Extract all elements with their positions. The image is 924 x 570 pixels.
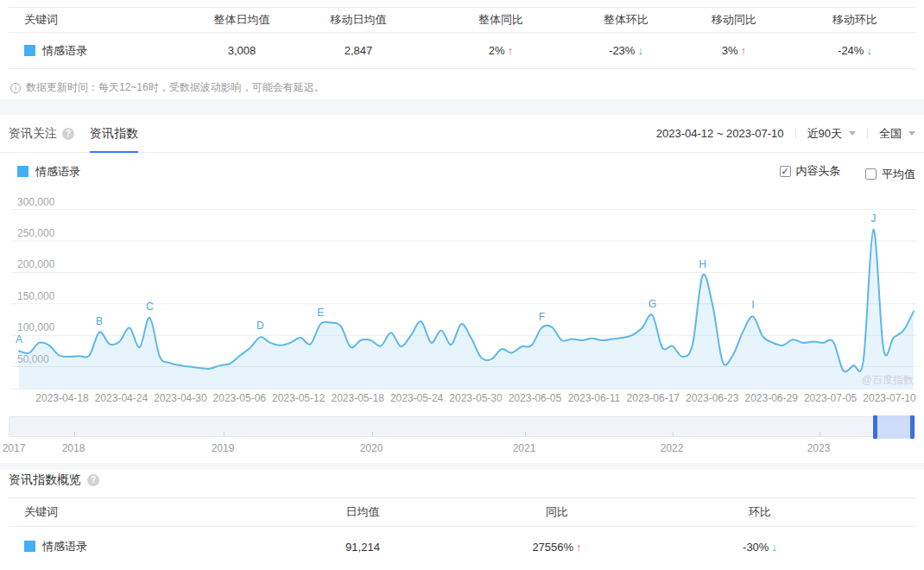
overview-section: 资讯指数概览 ? 关键词 日均值 同比 环比 情感语录 91,214 27556… <box>9 472 915 567</box>
y-axis-tick-label: 150,000 <box>17 290 55 302</box>
section-divider <box>0 463 924 470</box>
date-range-label: 2023-04-12 ~ 2023-07-10 <box>656 127 784 140</box>
yoy-value: 27556%↑ <box>509 541 604 554</box>
x-axis-labels: 2023-04-182023-04-242023-04-302023-05-06… <box>0 392 924 406</box>
timeline-year-labels: 2017201820192020202120222023 <box>9 442 915 456</box>
tabs-row: 资讯关注 ? 资讯指数 2023-04-12 ~ 2023-07-10 近90天… <box>0 115 924 153</box>
timeline-handle-right[interactable] <box>910 415 915 439</box>
range-controls: 2023-04-12 ~ 2023-07-10 近90天 全国 <box>656 126 915 142</box>
up-arrow-icon: ↑ <box>508 44 514 57</box>
tab-news-attention[interactable]: 资讯关注 ? <box>9 115 74 152</box>
chart-marker-E: E <box>317 307 324 319</box>
timeline-year-label: 2017 <box>3 442 26 454</box>
checkbox-box[interactable]: ✓ <box>780 166 791 177</box>
timeline-tick <box>673 432 674 436</box>
x-axis-tick-label: 2023-05-30 <box>449 392 502 404</box>
period-selector-dropdown[interactable]: 近90天 <box>807 126 856 142</box>
chart-marker-J: J <box>870 212 876 225</box>
checkbox-average[interactable]: 平均值 <box>865 167 915 182</box>
timeline-handle-left[interactable] <box>873 415 877 439</box>
mom-value: -30%↓ <box>604 541 915 554</box>
timeline-slider: 2017201820192020202120222023 <box>9 416 915 456</box>
chevron-down-icon <box>849 131 856 136</box>
x-axis-tick-label: 2023-06-11 <box>568 392 621 404</box>
column-header-mobile-yoy: 移动同比 <box>674 12 794 28</box>
summary-table-header: 关键词 整体日均值 移动日均值 整体同比 整体环比 移动同比 移动环比 <box>9 7 915 33</box>
mobile-daily-avg-value: 2,847 <box>294 44 423 57</box>
table-row: 情感语录 3,008 2,847 2%↑ -23%↓ 3%↑ -24%↓ <box>9 33 915 69</box>
overall-daily-avg-value: 3,008 <box>190 44 294 57</box>
y-axis-tick-label: 200,000 <box>17 258 55 270</box>
chart-marker-B: B <box>96 315 103 327</box>
keyword-label: 情感语录 <box>42 540 87 553</box>
chart-marker-A: A <box>16 333 22 345</box>
help-icon[interactable]: ? <box>62 128 74 140</box>
chart-checkboxes: ✓ 内容头条 平均值 <box>759 162 915 182</box>
down-arrow-icon: ↓ <box>771 541 777 554</box>
table-row: 情感语录 91,214 27556%↑ -30%↓ <box>9 527 915 567</box>
timeline-year-label: 2018 <box>62 442 85 454</box>
down-arrow-icon: ↓ <box>866 44 872 57</box>
timeline-tick <box>224 432 225 436</box>
timeline-year-label: 2022 <box>661 442 684 454</box>
x-axis-tick-label: 2023-06-23 <box>686 392 738 404</box>
overall-yoy-value: 2%↑ <box>423 44 579 57</box>
chart-marker-D: D <box>256 320 264 332</box>
column-header-daily-avg: 日均值 <box>216 504 509 520</box>
keyword-cell: 情感语录 <box>9 539 216 554</box>
x-axis-tick-label: 2023-05-18 <box>331 392 383 404</box>
checkbox-content-headlines[interactable]: ✓ 内容头条 <box>780 163 841 179</box>
help-icon[interactable]: ? <box>87 474 99 486</box>
column-header-mom: 环比 <box>604 504 915 520</box>
legend-item: 情感语录 <box>9 164 80 180</box>
chart-marker-H: H <box>699 258 706 270</box>
timeline-tick <box>525 432 526 436</box>
trend-chart-svg: 50,000100,000150,000200,000250,000300,00… <box>0 192 924 390</box>
chevron-down-icon <box>908 131 915 136</box>
tab-label: 资讯关注 <box>9 126 57 142</box>
trend-section: 资讯关注 ? 资讯指数 2023-04-12 ~ 2023-07-10 近90天… <box>0 115 924 456</box>
keyword-cell: 情感语录 <box>9 43 190 59</box>
x-axis-tick-label: 2023-05-06 <box>213 392 266 404</box>
legend-label: 情感语录 <box>35 165 80 178</box>
column-header-keyword: 关键词 <box>9 12 190 28</box>
timeline-track[interactable] <box>9 416 915 437</box>
checkbox-label: 平均值 <box>882 167 915 182</box>
tab-news-index[interactable]: 资讯指数 <box>90 115 138 152</box>
region-selector-dropdown[interactable]: 全国 <box>879 126 915 142</box>
divider <box>795 128 796 139</box>
timeline-selection[interactable] <box>873 415 915 439</box>
data-update-note: i数据更新时间：每天12~16时，受数据波动影响，可能会有延迟。 <box>9 80 915 95</box>
timeline-year-label: 2020 <box>360 442 383 454</box>
section-title: 资讯指数概览 <box>9 472 81 488</box>
overview-table-header: 关键词 日均值 同比 环比 <box>9 497 915 527</box>
keyword-label: 情感语录 <box>42 44 87 57</box>
divider <box>867 128 868 139</box>
overall-mom-value: -23%↓ <box>579 44 674 57</box>
note-text: 数据更新时间：每天12~16时，受数据波动影响，可能会有延迟。 <box>26 81 325 93</box>
y-axis-tick-label: 250,000 <box>17 227 55 239</box>
keyword-color-swatch <box>24 541 35 552</box>
y-axis-tick-label: 100,000 <box>17 321 55 333</box>
x-axis-tick-label: 2023-05-12 <box>272 392 325 404</box>
watermark: @百度指数 <box>862 374 914 386</box>
active-tab-underline <box>90 151 138 153</box>
mobile-mom-value: -24%↓ <box>794 44 915 57</box>
x-axis-tick-label: 2023-06-17 <box>627 392 680 404</box>
baidu-index-page: 关键词 整体日均值 移动日均值 整体同比 整体环比 移动同比 移动环比 情感语录… <box>0 0 924 570</box>
x-axis-tick-label: 2023-06-29 <box>744 392 797 404</box>
chart-marker-G: G <box>649 298 656 310</box>
chart-marker-C: C <box>146 301 154 313</box>
y-axis-tick-label: 300,000 <box>17 196 55 208</box>
chart-marker-F: F <box>539 311 545 323</box>
section-divider <box>0 99 924 115</box>
check-icon: ✓ <box>781 167 788 176</box>
checkbox-box[interactable] <box>865 168 877 180</box>
x-axis-tick-label: 2023-04-18 <box>35 392 88 404</box>
legend-row: 情感语录 ✓ 内容头条 平均值 <box>0 163 924 180</box>
up-arrow-icon: ↑ <box>741 44 747 57</box>
column-header-keyword: 关键词 <box>9 504 216 520</box>
column-header-overall-yoy: 整体同比 <box>423 12 579 28</box>
chart-marker-I: I <box>751 299 754 311</box>
up-arrow-icon: ↑ <box>576 541 582 554</box>
